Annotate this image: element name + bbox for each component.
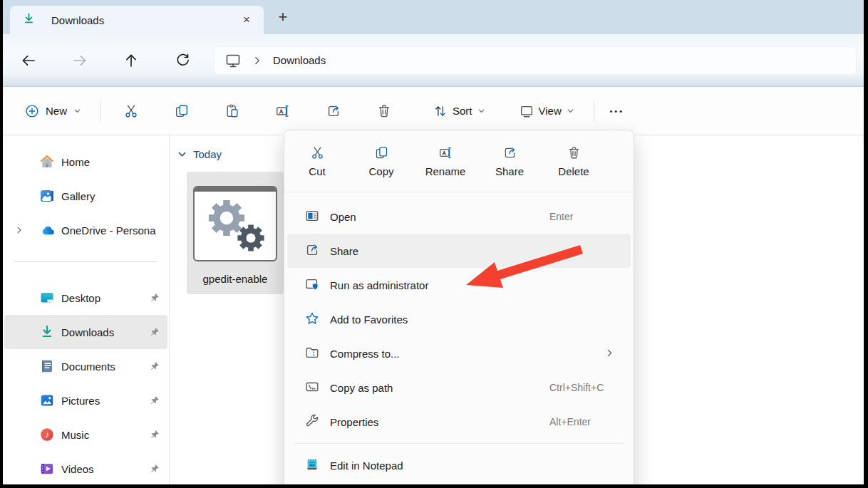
group-header-today[interactable]: Today bbox=[177, 148, 222, 160]
toolbar-divider bbox=[594, 100, 594, 122]
context-menu: Cut Copy Rename Share Delete bbox=[284, 130, 634, 488]
file-explorer-window: Downloads × + bbox=[0, 0, 868, 488]
admin-shield-icon bbox=[304, 276, 321, 294]
gear-icon bbox=[234, 222, 267, 257]
sidebar-item-gallery[interactable]: Gallery bbox=[4, 179, 167, 213]
menu-item-run-as-administrator[interactable]: Run as administrator bbox=[287, 268, 631, 302]
navigation-bar: Downloads bbox=[3, 34, 864, 87]
submenu-chevron-icon bbox=[604, 348, 615, 358]
sidebar-item-pictures[interactable]: Pictures bbox=[4, 383, 167, 417]
new-tab-button[interactable]: + bbox=[271, 5, 295, 29]
copy-icon bbox=[374, 145, 389, 160]
shortcut-label: Alt+Enter bbox=[549, 416, 591, 427]
view-label: View bbox=[539, 105, 562, 117]
downloads-icon bbox=[38, 323, 56, 341]
sort-button[interactable]: Sort bbox=[425, 98, 493, 125]
toolbar-divider bbox=[100, 100, 101, 122]
menu-item-share[interactable]: Share bbox=[287, 234, 631, 268]
quick-delete-button[interactable]: Delete bbox=[551, 142, 596, 180]
pin-icon bbox=[149, 395, 160, 406]
new-button-label: New bbox=[46, 105, 67, 117]
menu-item-open[interactable]: Open Enter bbox=[287, 199, 631, 234]
quick-share-button[interactable]: Share bbox=[487, 142, 532, 180]
onedrive-icon bbox=[38, 222, 56, 239]
music-icon: ♪ bbox=[38, 426, 56, 443]
window-edge bbox=[864, 0, 868, 488]
desktop-icon bbox=[38, 289, 56, 306]
view-icon bbox=[519, 103, 534, 119]
sidebar-item-onedrive[interactable]: OneDrive - Persona bbox=[4, 213, 167, 247]
documents-icon bbox=[38, 358, 56, 375]
shortcut-label: Enter bbox=[549, 211, 573, 222]
breadcrumb-downloads[interactable]: Downloads bbox=[273, 54, 326, 66]
copy-button[interactable] bbox=[166, 95, 197, 127]
shortcut-label: Ctrl+Shift+C bbox=[549, 382, 604, 393]
chevron-expand-icon[interactable] bbox=[14, 225, 24, 235]
navigation-pane: Home Gallery OneDrive - Persona bbox=[3, 135, 170, 484]
chevron-collapse-icon bbox=[177, 149, 187, 160]
tab-close-icon[interactable]: × bbox=[237, 10, 257, 30]
back-button[interactable] bbox=[14, 46, 43, 75]
address-bar[interactable]: Downloads bbox=[214, 46, 857, 75]
tab-title: Downloads bbox=[51, 14, 237, 26]
up-button[interactable] bbox=[117, 46, 145, 75]
file-name-label: gpedit-enable bbox=[203, 273, 268, 285]
quick-copy-button[interactable]: Copy bbox=[358, 142, 404, 180]
quick-cut-button[interactable]: Cut bbox=[294, 142, 340, 180]
wrench-icon bbox=[304, 413, 321, 430]
open-icon bbox=[304, 208, 321, 225]
view-button[interactable]: View bbox=[512, 98, 582, 125]
sidebar-divider bbox=[14, 261, 157, 262]
pictures-icon bbox=[38, 392, 56, 409]
svg-text:♪: ♪ bbox=[45, 430, 49, 440]
sidebar-item-videos[interactable]: Videos bbox=[4, 452, 167, 484]
sidebar-item-home[interactable]: Home bbox=[4, 145, 167, 179]
tab-bar: Downloads × + bbox=[3, 0, 864, 34]
sidebar-item-documents[interactable]: Documents bbox=[4, 349, 167, 383]
sort-icon bbox=[433, 103, 448, 119]
sidebar-item-music[interactable]: ♪ Music bbox=[4, 417, 167, 452]
menu-divider bbox=[294, 443, 624, 444]
batch-file-icon bbox=[193, 186, 277, 261]
gallery-icon bbox=[38, 187, 56, 204]
sidebar-item-downloads[interactable]: Downloads bbox=[4, 315, 167, 349]
menu-item-properties[interactable]: Properties Alt+Enter bbox=[287, 405, 631, 439]
window-edge bbox=[0, 484, 868, 488]
cut-icon bbox=[310, 145, 325, 160]
pin-icon bbox=[149, 429, 160, 440]
sidebar-item-desktop[interactable]: Desktop bbox=[4, 281, 167, 315]
compress-folder-icon bbox=[304, 345, 321, 362]
videos-icon bbox=[38, 460, 56, 477]
forward-button[interactable] bbox=[66, 46, 94, 75]
pin-icon bbox=[149, 463, 160, 474]
menu-item-copy-as-path[interactable]: Copy as path Ctrl+Shift+C bbox=[287, 370, 631, 405]
refresh-button[interactable] bbox=[168, 46, 197, 75]
home-icon bbox=[38, 153, 56, 170]
cut-button[interactable] bbox=[115, 95, 147, 127]
pin-icon bbox=[149, 292, 160, 303]
share-button[interactable] bbox=[318, 95, 349, 127]
this-pc-monitor-icon bbox=[224, 52, 242, 69]
star-icon bbox=[304, 311, 321, 328]
more-options-button[interactable]: ••• bbox=[603, 97, 631, 125]
chevron-down-icon bbox=[73, 106, 82, 115]
pin-icon bbox=[149, 326, 160, 338]
delete-button[interactable] bbox=[368, 95, 400, 127]
chevron-down-icon bbox=[477, 106, 486, 115]
paste-button[interactable] bbox=[217, 95, 248, 127]
sort-label: Sort bbox=[453, 105, 472, 117]
quick-actions-row: Cut Copy Rename Share Delete bbox=[284, 130, 634, 192]
rename-icon bbox=[438, 145, 453, 160]
share-icon bbox=[502, 145, 517, 160]
menu-item-compress-to[interactable]: Compress to... bbox=[287, 336, 631, 370]
rename-button[interactable] bbox=[267, 95, 299, 127]
pin-icon bbox=[149, 360, 160, 372]
menu-item-edit-in-notepad[interactable]: Edit in Notepad bbox=[287, 448, 631, 482]
menu-item-add-to-favorites[interactable]: Add to Favorites bbox=[287, 302, 631, 336]
window-edge bbox=[0, 0, 3, 488]
copy-path-icon bbox=[304, 379, 321, 396]
file-tile-gpedit[interactable]: gpedit-enable bbox=[187, 172, 284, 294]
quick-rename-button[interactable]: Rename bbox=[423, 142, 468, 180]
new-button[interactable]: New bbox=[17, 98, 89, 125]
tab-downloads[interactable]: Downloads × bbox=[10, 6, 264, 34]
